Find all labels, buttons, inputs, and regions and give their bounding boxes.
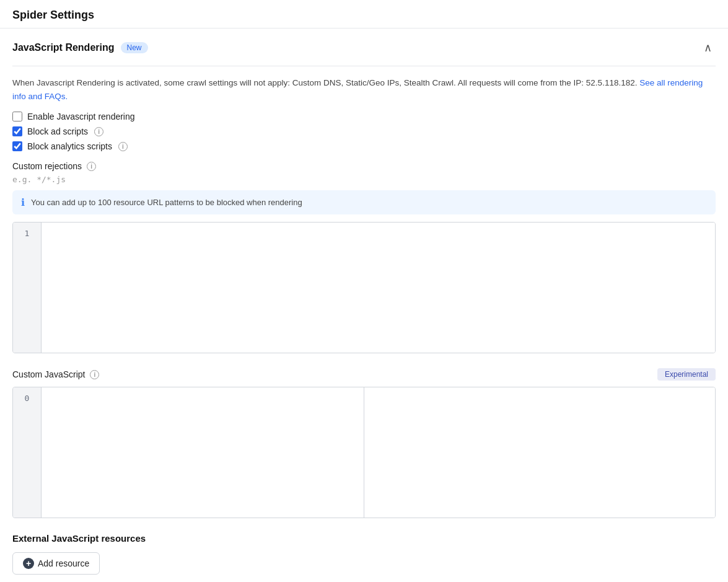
js-rendering-section: JavaScript Rendering New ∧ When Javascri… (0, 29, 728, 582)
js-line-number-0: 0 (13, 392, 41, 405)
line-numbers: 1 (13, 223, 42, 353)
block-analytics-info-icon: i (118, 142, 128, 151)
custom-js-textarea[interactable] (42, 387, 364, 518)
custom-rejections-label-row: Custom rejections i (12, 161, 716, 171)
banner-info-icon: ℹ (21, 196, 25, 208)
page-header: Spider Settings (0, 0, 728, 29)
block-analytics-row: Block analytics scripts i (12, 141, 716, 151)
custom-js-header: Custom JavaScript i Experimental (12, 368, 716, 381)
new-badge: New (121, 42, 148, 53)
section-title: JavaScript Rendering (12, 42, 115, 53)
custom-js-label: Custom JavaScript (12, 369, 85, 379)
section-title-row: JavaScript Rendering New (12, 42, 148, 53)
js-editor-area: 0 (13, 387, 364, 518)
enable-js-checkbox[interactable] (12, 112, 22, 121)
banner-text: You can add up to 100 resource URL patte… (31, 198, 302, 207)
checkboxes-section: Enable Javascript rendering Block ad scr… (12, 112, 716, 151)
enable-js-row: Enable Javascript rendering (12, 112, 716, 121)
js-editor-right-panel (364, 387, 715, 518)
custom-js-editor: 0 (12, 387, 716, 518)
external-resources-section: External JavaScript resources + Add reso… (12, 533, 716, 582)
custom-rejections-text: Custom rejections (12, 161, 82, 171)
page-title: Spider Settings (12, 9, 94, 21)
rejections-editor: 1 (12, 222, 716, 353)
collapse-icon: ∧ (704, 42, 712, 54)
block-analytics-label: Block analytics scripts (27, 141, 112, 151)
custom-js-title-row: Custom JavaScript i (12, 369, 99, 379)
custom-rejections-info-icon: i (87, 162, 96, 171)
experimental-badge: Experimental (657, 368, 716, 381)
custom-js-subsection: Custom JavaScript i Experimental 0 (12, 368, 716, 518)
block-ad-label: Block ad scripts (27, 126, 88, 136)
info-text: When Javascript Rendering is activated, … (12, 76, 716, 103)
info-banner: ℹ You can add up to 100 resource URL pat… (12, 190, 716, 214)
block-ad-row: Block ad scripts i (12, 126, 716, 136)
block-ad-info-icon: i (94, 127, 103, 136)
plus-circle-icon: + (23, 558, 34, 569)
rejections-textarea[interactable] (42, 223, 715, 353)
collapse-button[interactable]: ∧ (700, 40, 716, 56)
enable-js-label: Enable Javascript rendering (27, 112, 135, 121)
block-ad-checkbox[interactable] (12, 126, 22, 136)
external-resources-title: External JavaScript resources (12, 533, 716, 544)
section-header: JavaScript Rendering New ∧ (12, 29, 716, 66)
custom-js-info-icon: i (90, 370, 99, 379)
add-resource-label: Add resource (38, 558, 89, 568)
line-number-1: 1 (13, 227, 41, 240)
placeholder-hint: e.g. */*.js (12, 175, 716, 184)
block-analytics-checkbox[interactable] (12, 141, 22, 151)
js-line-numbers: 0 (13, 387, 42, 518)
add-resource-button[interactable]: + Add resource (12, 552, 100, 575)
